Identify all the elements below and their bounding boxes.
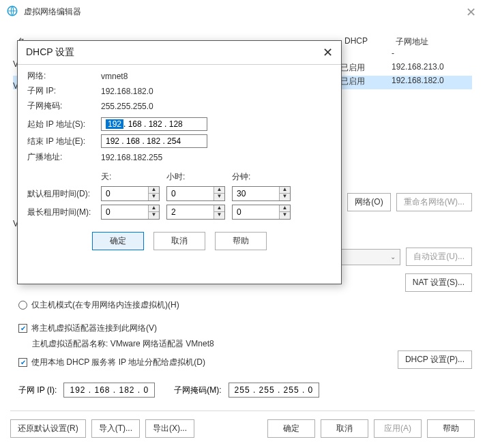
help-button[interactable]: 帮助 xyxy=(427,419,475,438)
network-label: 网络: xyxy=(27,70,101,82)
connect-adapter-checkbox[interactable]: ✔ 将主机虚拟适配器连接到此网络(V) xyxy=(18,323,214,334)
subnet-mask-input[interactable]: 255 . 255 . 255 . 0 xyxy=(229,383,320,398)
auto-settings-button[interactable]: 自动设置(U)... xyxy=(406,248,472,266)
subnet-mask-label: 子网掩码: xyxy=(27,100,101,112)
cancel-button[interactable]: 取消 xyxy=(321,419,368,438)
start-ip-label: 起始 IP 地址(S): xyxy=(27,119,101,130)
import-button[interactable]: 导入(T)... xyxy=(91,419,140,438)
hours-header: 小时: xyxy=(166,171,232,183)
subnet-ip-label: 子网 IP: xyxy=(27,85,101,97)
subnet-ip-input[interactable]: 192 . 168 . 182 . 0 xyxy=(63,383,155,398)
help-button[interactable]: 帮助 xyxy=(215,232,267,250)
close-icon[interactable]: ✕ xyxy=(466,5,476,20)
chevron-down-icon[interactable]: ▼ xyxy=(280,194,290,200)
subnet-ip-value: 192.168.182.0 xyxy=(101,87,153,96)
chevron-down-icon[interactable]: ▼ xyxy=(149,194,159,200)
host-only-radio[interactable]: 仅主机模式(在专用网络内连接虚拟机)(H) xyxy=(18,299,179,311)
default-lease-label: 默认租用时间(D): xyxy=(27,188,101,200)
apply-button[interactable]: 应用(A) xyxy=(374,419,422,438)
use-local-dhcp-label: 使用本地 DHCP 服务将 IP 地址分配给虚拟机(D) xyxy=(31,357,205,368)
use-local-dhcp-checkbox[interactable]: ✔ 使用本地 DHCP 服务将 IP 地址分配给虚拟机(D) xyxy=(18,357,205,368)
rename-network-button[interactable]: 重命名网络(W)... xyxy=(396,193,472,211)
chevron-down-icon[interactable]: ▼ xyxy=(214,194,224,200)
export-button[interactable]: 导出(X)... xyxy=(145,419,194,438)
end-ip-input[interactable]: 192 . 168 . 182 . 254 xyxy=(101,134,207,148)
window-title: 虚拟网络编辑器 xyxy=(24,6,81,18)
start-ip-input[interactable]: 192. 168 . 182 . 128 xyxy=(101,117,207,131)
dhcp-settings-button[interactable]: DHCP 设置(P)... xyxy=(398,350,472,369)
adapter-name-text: 主机虚拟适配器名称: VMware 网络适配器 VMnet8 xyxy=(32,338,214,350)
broadcast-value: 192.168.182.255 xyxy=(101,153,162,162)
days-header: 天: xyxy=(101,171,166,183)
nat-settings-button[interactable]: NAT 设置(S)... xyxy=(405,273,472,292)
default-hours-spinner[interactable]: 0▲▼ xyxy=(166,186,225,201)
ok-button[interactable]: 确定 xyxy=(92,232,144,250)
max-days-spinner[interactable]: 0▲▼ xyxy=(101,205,160,220)
checkbox-icon: ✔ xyxy=(18,324,27,333)
app-icon xyxy=(6,5,18,19)
subnet-mask-value: 255.255.255.0 xyxy=(101,102,153,111)
checkbox-icon: ✔ xyxy=(18,358,27,367)
network-button[interactable]: 网络(O) xyxy=(347,193,390,211)
end-ip-label: 结束 IP 地址(E): xyxy=(27,136,101,147)
radio-icon xyxy=(18,301,27,310)
close-icon[interactable]: ✕ xyxy=(323,45,333,60)
ok-button[interactable]: 确定 xyxy=(267,419,315,438)
max-minutes-spinner[interactable]: 0▲▼ xyxy=(232,205,291,220)
host-only-label: 仅主机模式(在专用网络内连接虚拟机)(H) xyxy=(31,299,179,311)
default-minutes-spinner[interactable]: 30▲▼ xyxy=(232,186,291,201)
connect-adapter-label: 将主机虚拟适配器连接到此网络(V) xyxy=(31,323,157,334)
chevron-down-icon[interactable]: ▼ xyxy=(214,212,224,219)
chevron-down-icon[interactable]: ▼ xyxy=(149,212,159,219)
max-hours-spinner[interactable]: 2▲▼ xyxy=(166,205,225,220)
subnet-ip-label: 子网 IP (I): xyxy=(18,385,57,396)
dialog-title: DHCP 设置 xyxy=(26,46,74,59)
restore-defaults-button[interactable]: 还原默认设置(R) xyxy=(10,419,86,438)
dhcp-settings-dialog: DHCP 设置 ✕ 网络: vmnet8 子网 IP: 192.168.182.… xyxy=(17,40,342,284)
col-header-dhcp: DHCP xyxy=(340,33,372,48)
subnet-mask-label: 子网掩码(M): xyxy=(174,385,221,396)
chevron-down-icon[interactable]: ▼ xyxy=(280,212,290,219)
minutes-header: 分钟: xyxy=(232,171,297,183)
chevron-down-icon: ⌄ xyxy=(390,253,396,260)
network-value: vmnet8 xyxy=(101,72,128,81)
broadcast-label: 广播地址: xyxy=(27,151,101,163)
cancel-button[interactable]: 取消 xyxy=(153,232,205,250)
default-days-spinner[interactable]: 0▲▼ xyxy=(101,186,160,201)
max-lease-label: 最长租用时间(M): xyxy=(27,207,101,218)
